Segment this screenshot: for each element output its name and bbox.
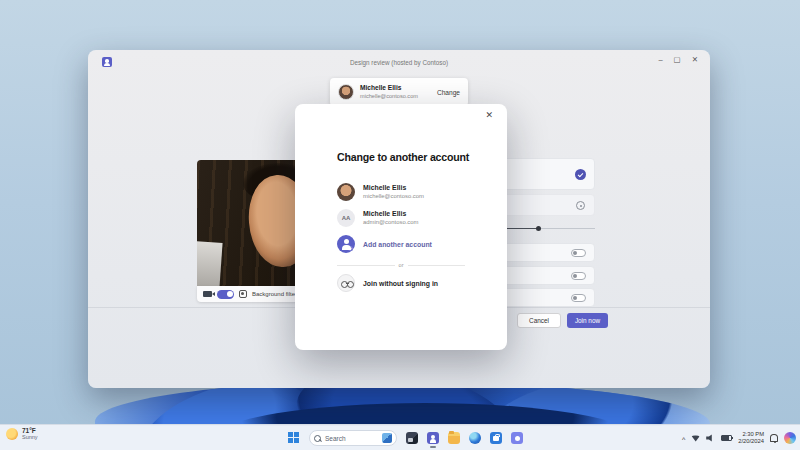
dialog-close-icon[interactable]: ✕ <box>485 111 493 120</box>
change-account-dialog: ✕ Change to another account Michelle Ell… <box>295 104 507 350</box>
dialog-title: Change to another account <box>337 151 469 163</box>
join-now-button[interactable]: Join now <box>567 313 608 328</box>
start-button[interactable] <box>288 432 300 444</box>
join-without-signing-in-option[interactable]: Join without signing in <box>337 274 438 292</box>
tray-time: 2:30 PM <box>738 431 764 438</box>
office-icon[interactable] <box>511 432 523 444</box>
tray-date: 2/20/2024 <box>738 438 764 445</box>
banner-account-email: michelle@contoso.com <box>360 93 431 100</box>
weather-condition: Sunny <box>22 434 38 440</box>
search-icon <box>314 435 321 442</box>
add-account-label: Add another account <box>363 241 432 248</box>
guest-join-label: Join without signing in <box>363 280 438 287</box>
notifications-bell-icon[interactable] <box>770 434 778 442</box>
teams-logo-icon <box>102 57 112 67</box>
hidden-icons-chevron[interactable]: ^ <box>682 436 685 443</box>
minimize-button[interactable]: – <box>658 56 662 64</box>
option-toggle[interactable] <box>571 249 586 257</box>
search-box[interactable]: Search <box>309 430 397 446</box>
device-settings-icon <box>576 201 585 210</box>
account-name: Michelle Ellis <box>363 210 418 219</box>
camera-icon <box>203 291 212 297</box>
teams-icon[interactable] <box>427 432 439 444</box>
or-label: or <box>399 262 404 268</box>
cancel-button[interactable]: Cancel <box>517 313 561 328</box>
account-name: Michelle Ellis <box>363 184 424 193</box>
account-banner: Michelle Ellis michelle@contoso.com Chan… <box>330 78 468 106</box>
system-tray: ^ 2:30 PM 2/20/2024 <box>682 425 796 450</box>
desktop: Design review (hosted by Contoso) – ▢ ✕ … <box>0 0 800 450</box>
taskbar: 71°F Sunny Search <box>0 424 800 450</box>
avatar <box>337 183 355 201</box>
account-email: admin@contoso.com <box>363 219 418 227</box>
camera-toggle[interactable] <box>217 290 234 299</box>
avatar <box>338 84 354 100</box>
task-view-icon[interactable] <box>406 432 418 444</box>
account-option[interactable]: AA Michelle Ellis admin@contoso.com <box>337 209 418 227</box>
option-toggle[interactable] <box>571 272 586 280</box>
add-account-option[interactable]: + Add another account <box>337 235 432 253</box>
clock[interactable]: 2:30 PM 2/20/2024 <box>738 431 764 444</box>
edge-icon[interactable] <box>469 432 481 444</box>
avatar-initials: AA <box>337 209 355 227</box>
weather-widget[interactable]: 71°F Sunny <box>6 427 38 440</box>
divider-line <box>337 265 395 266</box>
window-titlebar[interactable]: Design review (hosted by Contoso) – ▢ ✕ <box>88 50 710 74</box>
plus-icon: + <box>348 246 353 251</box>
account-email: michelle@contoso.com <box>363 193 424 201</box>
selected-check-icon <box>575 169 586 180</box>
copilot-icon[interactable] <box>784 432 796 444</box>
divider-line <box>408 265 466 266</box>
wifi-icon[interactable] <box>691 435 700 442</box>
volume-icon[interactable] <box>706 434 715 442</box>
or-divider: or <box>337 261 465 269</box>
store-icon[interactable] <box>490 432 502 444</box>
add-account-icon: + <box>337 235 355 253</box>
banner-account-name: Michelle Ellis <box>360 84 431 92</box>
change-account-button[interactable]: Change <box>431 89 460 96</box>
file-explorer-icon[interactable] <box>448 432 460 444</box>
battery-icon[interactable] <box>721 435 732 441</box>
maximize-button[interactable]: ▢ <box>674 56 681 64</box>
background-filters-icon <box>239 290 247 298</box>
sun-icon <box>6 428 18 440</box>
weather-temperature: 71°F <box>22 427 38 434</box>
slider-knob[interactable] <box>536 226 541 231</box>
active-app-indicator <box>430 446 436 448</box>
option-toggle[interactable] <box>571 294 586 302</box>
close-button[interactable]: ✕ <box>692 56 698 64</box>
incognito-glasses-icon <box>337 274 355 292</box>
search-placeholder: Search <box>325 435 378 442</box>
search-highlights-icon <box>382 433 392 443</box>
account-option[interactable]: Michelle Ellis michelle@contoso.com <box>337 183 424 201</box>
background-filters-label[interactable]: Background filters <box>252 291 300 297</box>
window-title: Design review (hosted by Contoso) <box>88 50 710 66</box>
